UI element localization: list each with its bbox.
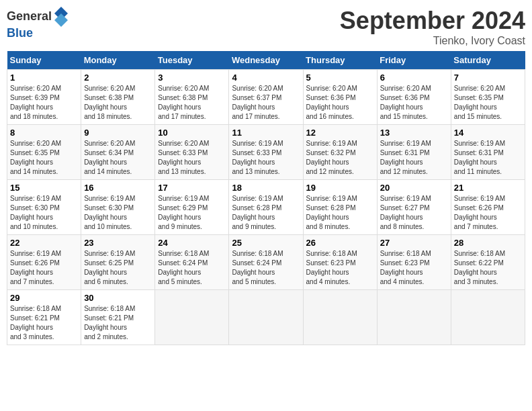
day-info: Sunrise: 6:19 AM Sunset: 6:33 PM Dayligh… [232,139,300,177]
day-number: 29 [10,293,78,303]
title-section: September 2024 Tienko, Ivory Coast [340,7,525,47]
day-info: Sunrise: 6:20 AM Sunset: 6:36 PM Dayligh… [306,84,374,122]
table-row [377,290,451,345]
day-number: 12 [306,128,374,138]
day-info: Sunrise: 6:19 AM Sunset: 6:29 PM Dayligh… [158,194,226,232]
day-info: Sunrise: 6:20 AM Sunset: 6:35 PM Dayligh… [10,139,78,177]
day-info: Sunrise: 6:20 AM Sunset: 6:37 PM Dayligh… [232,84,300,122]
day-info: Sunrise: 6:18 AM Sunset: 6:23 PM Dayligh… [306,249,374,287]
table-row: 4 Sunrise: 6:20 AM Sunset: 6:37 PM Dayli… [229,70,303,125]
day-number: 14 [454,128,522,138]
day-info: Sunrise: 6:18 AM Sunset: 6:24 PM Dayligh… [232,249,300,287]
day-number: 27 [380,238,448,248]
table-row: 24 Sunrise: 6:18 AM Sunset: 6:24 PM Dayl… [155,235,229,290]
table-row: 22 Sunrise: 6:19 AM Sunset: 6:26 PM Dayl… [7,235,81,290]
calendar-week-3: 15 Sunrise: 6:19 AM Sunset: 6:30 PM Dayl… [7,180,525,235]
table-row [451,290,525,345]
day-info: Sunrise: 6:20 AM Sunset: 6:35 PM Dayligh… [454,84,522,122]
table-row: 27 Sunrise: 6:18 AM Sunset: 6:23 PM Dayl… [377,235,451,290]
day-number: 9 [84,128,152,138]
day-info: Sunrise: 6:20 AM Sunset: 6:33 PM Dayligh… [158,139,226,177]
day-info: Sunrise: 6:18 AM Sunset: 6:24 PM Dayligh… [158,249,226,287]
logo-general-text: General [7,10,52,24]
day-number: 15 [10,183,78,193]
day-info: Sunrise: 6:19 AM Sunset: 6:27 PM Dayligh… [380,194,448,232]
calendar-week-5: 29 Sunrise: 6:18 AM Sunset: 6:21 PM Dayl… [7,290,525,345]
table-row: 2 Sunrise: 6:20 AM Sunset: 6:38 PM Dayli… [81,70,155,125]
table-row: 30 Sunrise: 6:18 AM Sunset: 6:21 PM Dayl… [81,290,155,345]
table-row: 7 Sunrise: 6:20 AM Sunset: 6:35 PM Dayli… [451,70,525,125]
day-info: Sunrise: 6:20 AM Sunset: 6:38 PM Dayligh… [158,84,226,122]
day-number: 21 [454,183,522,193]
day-number: 8 [10,128,78,138]
table-row [155,290,229,345]
table-row: 6 Sunrise: 6:20 AM Sunset: 6:36 PM Dayli… [377,70,451,125]
day-number: 20 [380,183,448,193]
table-row: 8 Sunrise: 6:20 AM Sunset: 6:35 PM Dayli… [7,125,81,180]
day-info: Sunrise: 6:18 AM Sunset: 6:21 PM Dayligh… [84,304,152,342]
calendar-week-2: 8 Sunrise: 6:20 AM Sunset: 6:35 PM Dayli… [7,125,525,180]
table-row: 19 Sunrise: 6:19 AM Sunset: 6:28 PM Dayl… [303,180,377,235]
day-info: Sunrise: 6:19 AM Sunset: 6:25 PM Dayligh… [84,249,152,287]
col-friday: Friday [377,51,451,70]
day-info: Sunrise: 6:19 AM Sunset: 6:31 PM Dayligh… [380,139,448,177]
day-number: 3 [158,73,226,83]
day-info: Sunrise: 6:19 AM Sunset: 6:26 PM Dayligh… [454,194,522,232]
day-number: 19 [306,183,374,193]
table-row: 12 Sunrise: 6:19 AM Sunset: 6:32 PM Dayl… [303,125,377,180]
table-row: 1 Sunrise: 6:20 AM Sunset: 6:39 PM Dayli… [7,70,81,125]
calendar-week-4: 22 Sunrise: 6:19 AM Sunset: 6:26 PM Dayl… [7,235,525,290]
day-info: Sunrise: 6:20 AM Sunset: 6:36 PM Dayligh… [380,84,448,122]
day-number: 10 [158,128,226,138]
day-number: 16 [84,183,152,193]
table-row [229,290,303,345]
day-number: 22 [10,238,78,248]
day-number: 26 [306,238,374,248]
col-sunday: Sunday [7,51,81,70]
day-number: 18 [232,183,300,193]
table-row: 13 Sunrise: 6:19 AM Sunset: 6:31 PM Dayl… [377,125,451,180]
day-info: Sunrise: 6:19 AM Sunset: 6:30 PM Dayligh… [10,194,78,232]
day-number: 2 [84,73,152,83]
day-info: Sunrise: 6:19 AM Sunset: 6:28 PM Dayligh… [232,194,300,232]
table-row: 10 Sunrise: 6:20 AM Sunset: 6:33 PM Dayl… [155,125,229,180]
day-info: Sunrise: 6:19 AM Sunset: 6:31 PM Dayligh… [454,139,522,177]
day-info: Sunrise: 6:19 AM Sunset: 6:30 PM Dayligh… [84,194,152,232]
day-info: Sunrise: 6:19 AM Sunset: 6:32 PM Dayligh… [306,139,374,177]
table-row: 25 Sunrise: 6:18 AM Sunset: 6:24 PM Dayl… [229,235,303,290]
table-row: 29 Sunrise: 6:18 AM Sunset: 6:21 PM Dayl… [7,290,81,345]
location-title: Tienko, Ivory Coast [340,35,525,47]
table-row: 3 Sunrise: 6:20 AM Sunset: 6:38 PM Dayli… [155,70,229,125]
day-info: Sunrise: 6:19 AM Sunset: 6:26 PM Dayligh… [10,249,78,287]
day-number: 24 [158,238,226,248]
col-thursday: Thursday [303,51,377,70]
day-info: Sunrise: 6:18 AM Sunset: 6:23 PM Dayligh… [380,249,448,287]
day-number: 17 [158,183,226,193]
table-row: 11 Sunrise: 6:19 AM Sunset: 6:33 PM Dayl… [229,125,303,180]
logo-blue-text: Blue [7,27,68,40]
day-info: Sunrise: 6:20 AM Sunset: 6:39 PM Dayligh… [10,84,78,122]
col-monday: Monday [81,51,155,70]
table-row: 17 Sunrise: 6:19 AM Sunset: 6:29 PM Dayl… [155,180,229,235]
table-row: 18 Sunrise: 6:19 AM Sunset: 6:28 PM Dayl… [229,180,303,235]
table-row: 9 Sunrise: 6:20 AM Sunset: 6:34 PM Dayli… [81,125,155,180]
day-number: 7 [454,73,522,83]
day-number: 23 [84,238,152,248]
day-number: 25 [232,238,300,248]
col-wednesday: Wednesday [229,51,303,70]
month-title: September 2024 [340,7,525,35]
day-info: Sunrise: 6:19 AM Sunset: 6:28 PM Dayligh… [306,194,374,232]
col-tuesday: Tuesday [155,51,229,70]
table-row: 28 Sunrise: 6:18 AM Sunset: 6:22 PM Dayl… [451,235,525,290]
table-row: 26 Sunrise: 6:18 AM Sunset: 6:23 PM Dayl… [303,235,377,290]
table-row: 15 Sunrise: 6:19 AM Sunset: 6:30 PM Dayl… [7,180,81,235]
day-info: Sunrise: 6:18 AM Sunset: 6:21 PM Dayligh… [10,304,78,342]
day-number: 11 [232,128,300,138]
day-number: 30 [84,293,152,303]
table-row: 14 Sunrise: 6:19 AM Sunset: 6:31 PM Dayl… [451,125,525,180]
day-info: Sunrise: 6:20 AM Sunset: 6:38 PM Dayligh… [84,84,152,122]
logo: General Blue [7,7,68,40]
day-number: 1 [10,73,78,83]
table-row: 16 Sunrise: 6:19 AM Sunset: 6:30 PM Dayl… [81,180,155,235]
day-info: Sunrise: 6:20 AM Sunset: 6:34 PM Dayligh… [84,139,152,177]
